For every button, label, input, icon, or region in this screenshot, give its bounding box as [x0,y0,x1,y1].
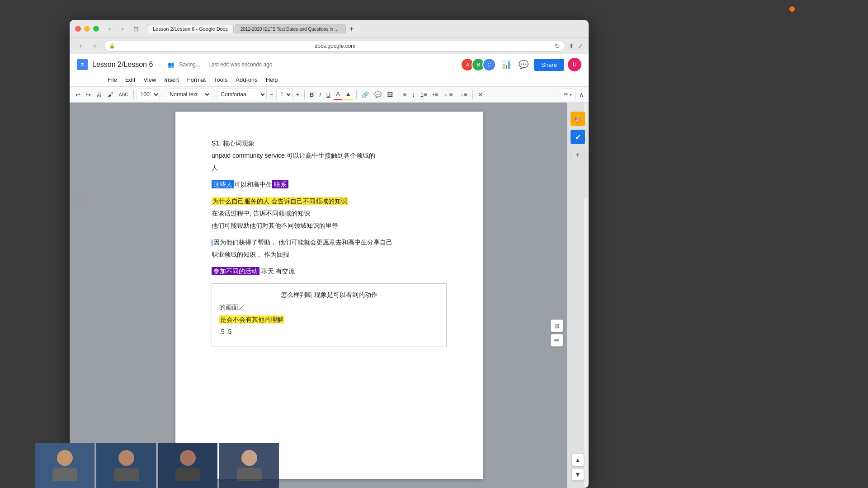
person-2-head [118,450,134,466]
tab-docs-label: Lesson 2/Lesson 6 - Google Docs [153,26,228,32]
font-size-select[interactable]: 16 12 14 18 [276,89,292,100]
browser-window: ‹ › ⊡ Lesson 2/Lesson 6 - Google Docs 20… [70,20,589,488]
bold-button[interactable]: B [307,89,316,100]
menu-view[interactable]: View [140,75,160,84]
sidebar-toggle-button[interactable]: ⊡ [131,24,142,33]
urlbar[interactable]: 🔒 docs.google.com ↻ [104,41,565,52]
doc-area: ☰ S1: 核心词现象 unpaid community service 可以让… [70,103,589,488]
line4-suffix: 可以和高中生 [234,181,272,188]
line-yellow-1: 为什么自己服务的人 会告诉自己不同领域的知识 [212,197,447,206]
comments-button[interactable]: 💬 [517,58,530,71]
edit-mode-button[interactable]: ✏ ▾ [560,89,576,100]
refresh-button[interactable]: ↻ [555,42,560,50]
box-text-1: 的画面／ [219,304,245,311]
activity-dashboard-button[interactable]: 📊 [500,58,513,71]
font-select[interactable]: Comfortaa Arial Times New Roman [217,89,267,100]
font-size-increase-button[interactable]: + [293,89,302,100]
s1-body2-text: 人 [212,164,218,171]
menu-addons[interactable]: Add-ons [232,75,261,84]
saving-status: Saving... [179,61,200,68]
urlbar-back-button[interactable]: ‹ [75,42,86,51]
para-text-1: 因为他们获得了帮助， 他们可能就会更愿意去和高中生分享自己 [213,239,392,246]
numbered-list-button[interactable]: 1≡ [418,89,429,100]
sidebar-check-icon[interactable]: ✔ [571,130,585,144]
maximize-button[interactable] [93,26,99,32]
sidebar-palette-icon[interactable]: 🎨 [571,112,585,126]
add-comment-panel-button[interactable]: ⊞ [551,319,563,332]
para-text-2: 职业领域的知识， 作为回报 [212,251,289,258]
user-avatar[interactable]: U [568,58,581,71]
section-highlighted: 这些人可以和高中生联系 [212,180,447,189]
collab-icon: 👥 [168,61,175,68]
yellow-text-1: 为什么自己服务的人 会告诉自己不同领域的知识 [212,197,348,205]
line-s1-title: S1: 核心词现象 [212,139,447,148]
sidebar-add-icon[interactable]: + [571,148,585,162]
tab-google-sheets[interactable]: 2012-2020 IELTS Test Dates and Questions… [235,24,346,33]
new-tab-button[interactable]: + [347,25,356,33]
star-icon[interactable]: ☆ [157,61,163,68]
text-color-button[interactable]: A [334,89,342,100]
spell-check-button[interactable]: ABC [117,89,131,100]
minimize-button[interactable] [84,26,90,32]
scroll-down-doc-button[interactable]: ▼ [571,468,584,481]
underline-button[interactable]: U [324,89,333,100]
highlight-purple-text: 联系 [272,180,288,188]
insert-image-button[interactable]: 🖼 [385,89,395,100]
share-button[interactable]: Share [534,59,564,71]
close-button[interactable] [75,26,81,32]
toolbar-sep-1 [133,90,134,99]
insert-comment-button[interactable]: 💬 [372,89,384,100]
italic-button[interactable]: I [317,89,323,100]
line-spacing-button[interactable]: ↕ [410,89,417,100]
bullet-list-button[interactable]: •≡ [430,89,440,100]
text-align-button[interactable]: ≡ [401,89,409,100]
menu-format[interactable]: Format [184,75,209,84]
doc-panel-right: ⊞ ✏ [551,319,563,347]
line-normal-2: 在谈话过程中, 告诉不同领域的知识 [212,209,447,218]
menu-file[interactable]: File [104,75,121,84]
docs-title[interactable]: Lesson 2/Lesson 6 [92,61,153,69]
urlbar-forward-button[interactable]: › [90,42,100,51]
suggest-edits-button[interactable]: ✏ [551,334,563,347]
fullscreen-button[interactable]: ⤢ [578,42,583,50]
tab-google-docs[interactable]: Lesson 2/Lesson 6 - Google Docs [147,24,234,33]
person-3-body [175,468,200,481]
browser-share-button[interactable]: ⬆ [569,42,574,50]
doc-margin-icon[interactable]: ☰ [77,193,84,203]
tab-bar: Lesson 2/Lesson 6 - Google Docs 2012-202… [147,24,578,33]
print-button[interactable]: 🖨 [94,89,104,100]
redo-button[interactable]: ↪ [84,89,93,100]
increase-indent-button[interactable]: →≡ [456,89,470,100]
activities-purple-text: 参加不同的活动 [212,267,259,275]
decrease-indent-button[interactable]: ←≡ [441,89,455,100]
scroll-up-doc-button[interactable]: ▲ [571,454,584,466]
menu-tools[interactable]: Tools [210,75,231,84]
zoom-select[interactable]: 100% 75% 125% [137,89,160,100]
menu-edit[interactable]: Edit [122,75,139,84]
style-select[interactable]: Normal text Heading 1 Heading 2 [166,89,211,100]
expand-toolbar-button[interactable]: ∧ [578,89,585,99]
activities-suffix: 聊天 有交流 [259,267,295,275]
forward-button[interactable]: › [117,24,128,33]
line-cursor-para[interactable]: 因为他们获得了帮助， 他们可能就会更愿意去和高中生分享自己 [212,238,447,247]
font-size-decrease-button[interactable]: − [268,89,276,100]
menu-insert[interactable]: Insert [160,75,183,84]
insert-link-button[interactable]: 🔗 [359,89,371,100]
undo-button[interactable]: ↩ [73,89,83,100]
url-text: docs.google.com [118,43,552,49]
menu-help[interactable]: Help [262,75,282,84]
docs-header: ≡ Lesson 2/Lesson 6 ☆ 👥 Saving... Last e… [70,54,589,87]
nav-buttons: ‹ › [104,24,128,33]
participants-bar [35,443,279,488]
line-highlight-blue: 这些人可以和高中生联系 [212,180,447,189]
clear-formatting-button[interactable]: ✕ [476,89,485,100]
person-1-body [52,468,77,481]
box-text-3: .5 .5 [219,328,231,335]
box-yellow-text: 是会不会有其他的理解 [219,315,284,324]
paint-format-button[interactable]: 🖌 [105,89,116,100]
highlight-color-button[interactable]: ▲ [343,89,354,100]
participant-2-video [96,443,156,488]
docs-title-row: ≡ Lesson 2/Lesson 6 ☆ 👥 Saving... Last e… [77,58,581,71]
back-button[interactable]: ‹ [104,24,115,33]
highlight-blue-text: 这些人 [212,180,234,188]
